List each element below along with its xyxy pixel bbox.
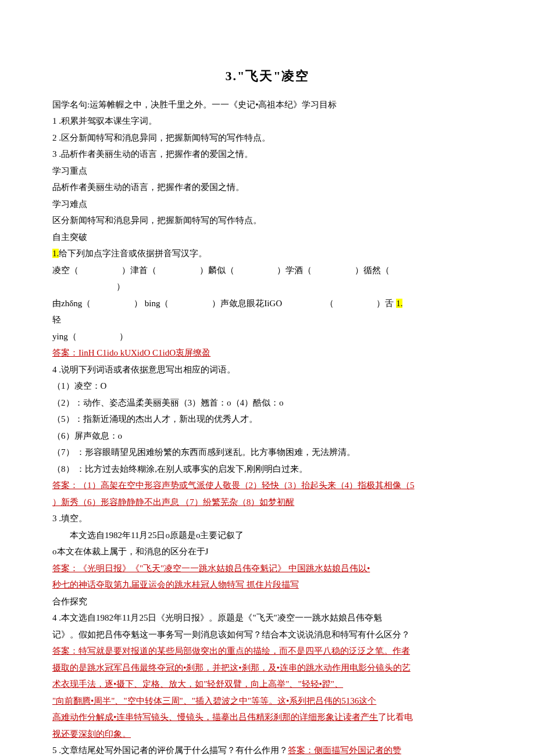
q1-row1: 凌空（ ）津首（ ）麟似（ ）学酒（ ）循然（ bbox=[52, 262, 483, 279]
q1-r2-b: ） bing（ bbox=[134, 299, 169, 308]
coop-q4b: 记》。假如把吕伟夺魁这一事务写一则消息该如何写？结合本文说说消息和特写有什么区分… bbox=[52, 626, 483, 643]
quote-line: 国学名句:运筹帷幄之中，决胜千里之外。一一《史记•高祖本纪》学习目标 bbox=[52, 96, 483, 113]
answer-4f: 视还要深刻的印象。 bbox=[52, 726, 483, 743]
q1-r1-a: 凌空（ bbox=[52, 266, 79, 275]
q1-row2: 由zhδng（ ） bing（ ）声敛息眼花IiGO （ ）舌 1. 轻 bbox=[52, 295, 483, 328]
coop-q4a: 4 .本文选自1982年11月25日《光明日报》。原题是《"飞天"凌空一一跳水姑… bbox=[52, 610, 483, 626]
q1-r2-d: （ bbox=[325, 299, 334, 308]
q3-body1: 本文选自1982年11月25日o原题是o主要记叙了 bbox=[52, 527, 483, 544]
answer-5a: 答案：侧面描写外国记者的赞 bbox=[288, 746, 401, 755]
q4-6: （6）屏声敛息：o bbox=[52, 428, 483, 445]
q1-text: 给下列加点字注音或依据拼音写汉字。 bbox=[59, 249, 207, 258]
highlight-1: 1. bbox=[52, 249, 59, 258]
section-difficulty-head: 学习难点 bbox=[52, 196, 483, 213]
q1-r2-e: ）舌 bbox=[376, 299, 394, 308]
q3-body2: o本文在体裁上属于，和消息的区分在于J bbox=[52, 543, 483, 560]
answer-4c: 术衣现手法，逐•摄下、定格、放大，如"轻舒双臂，向上高举"、"轻轻•蹬"、 bbox=[52, 676, 483, 693]
answer-4a: 答案：特写就是要对报道的某些局部做突出的重点的描绘，而不是四平八稳的泛泛之笔。作… bbox=[52, 643, 483, 660]
q4-head: 4 .说明下列词语或者依据意思写出相应的词语。 bbox=[52, 361, 483, 378]
answer-4e: 高难动作分解成•连串特写镜头、慢镜头，描摹出吕伟精彩刹那的详细形象让读者产生了比… bbox=[52, 709, 483, 726]
q3-head: 3 .填空。 bbox=[52, 510, 483, 527]
highlight-2: 1. bbox=[396, 299, 402, 308]
section-focus-head: 学习重点 bbox=[52, 163, 483, 180]
answer-4b: 摄取的是跳水冠军吕伟最终夺冠的•刹那，并把这•刹那，及•连串的跳水动作用电影分镜… bbox=[52, 660, 483, 676]
q4-5: （5）：指新近涌现的杰出人才，新出现的优秀人才。 bbox=[52, 411, 483, 428]
q4-1: （1）凌空：O bbox=[52, 378, 483, 395]
q1-r1-c: ）麟似（ bbox=[199, 266, 234, 275]
answer-3a: 答案：《光明日报》《"飞天"凌空一一跳水姑娘吕伟夺魁记》 中国跳水姑娘吕伟以• bbox=[52, 560, 483, 577]
coop-q5-text: 5 .文章结尾处写外国记者的评价属于什么描写？有什么作用？ bbox=[52, 746, 288, 755]
section-coop: 合作探究 bbox=[52, 593, 483, 610]
q1-r1-e: ）循然（ bbox=[355, 266, 390, 275]
answer-4d: "向前翻腾•周半"、"空中转体三周"、"插入碧波之中"等等。这•系列把吕伟的51… bbox=[52, 693, 483, 710]
section-focus-body: 品析作者美丽生动的语言，把握作者的爱国之情。 bbox=[52, 179, 483, 196]
q4-8: （8） ：比方过去始终糊涂,在别人或事实的启发下,刚刚明白过来。 bbox=[52, 461, 483, 478]
q1-r2-c: ）声敛息眼花IiGO bbox=[212, 299, 282, 308]
q1-r1-d: ）学酒（ bbox=[277, 266, 312, 275]
page-title: 3."飞天"凌空 bbox=[52, 64, 483, 88]
answer-3b: 秒七的神话夺取第九届亚运会的跳水桂冠人物特写 抓住片段描写 bbox=[52, 576, 483, 593]
q1-row1b: ） bbox=[52, 278, 483, 295]
q1-r1-b: ）津首（ bbox=[122, 266, 156, 275]
q1-r3-b: ） bbox=[119, 332, 128, 341]
q4-2: （2）：动作、姿态温柔美丽美丽（3）翘首：o（4）酷似：o bbox=[52, 395, 483, 411]
coop-q5: 5 .文章结尾处写外国记者的评价属于什么描写？有什么作用？答案：侧面描写外国记者… bbox=[52, 742, 483, 756]
answer-2b: ）新秀（6）形容静静静不出声息 （7）纷繁芜杂（8）如梦初醒 bbox=[52, 494, 483, 511]
section-self-break: 自主突破 bbox=[52, 229, 483, 246]
q1-r1-f: ） bbox=[116, 282, 125, 291]
section-difficulty-body: 区分新闻特写和消息异同，把握新闻特写的写作特点。 bbox=[52, 212, 483, 229]
goal-2: 2 .区分新闻特写和消息异同，把握新闻特写的写作特点。 bbox=[52, 130, 483, 146]
goal-3: 3 .品析作者美丽生动的语言，把握作者的爱国之情。 bbox=[52, 146, 483, 163]
q1-row3: ying（ ） bbox=[52, 328, 483, 345]
goal-1: 1 .积累并驾驭本课生字词。 bbox=[52, 113, 483, 130]
q1-r2-f: 轻 bbox=[52, 315, 61, 324]
q1-r3-a: ying（ bbox=[52, 332, 77, 341]
answer-1: 答案：IinH C1ido kUXidO C1idO衷屏缭盈 bbox=[52, 345, 483, 361]
q1-r2-a: 由zhδng（ bbox=[52, 299, 91, 308]
q1-head: 1.给下列加点字注音或依据拼音写汉字。 bbox=[52, 245, 483, 262]
answer-2a: 答案：（1）高架在空中形容声势或气派使人敬畏（2）轻快（3）抬起头来（4）指极其… bbox=[52, 477, 483, 494]
q4-7: （7） ：形容眼睛望见困难纷繁的东西而感到迷乱。比方事物困难，无法辨清。 bbox=[52, 444, 483, 461]
